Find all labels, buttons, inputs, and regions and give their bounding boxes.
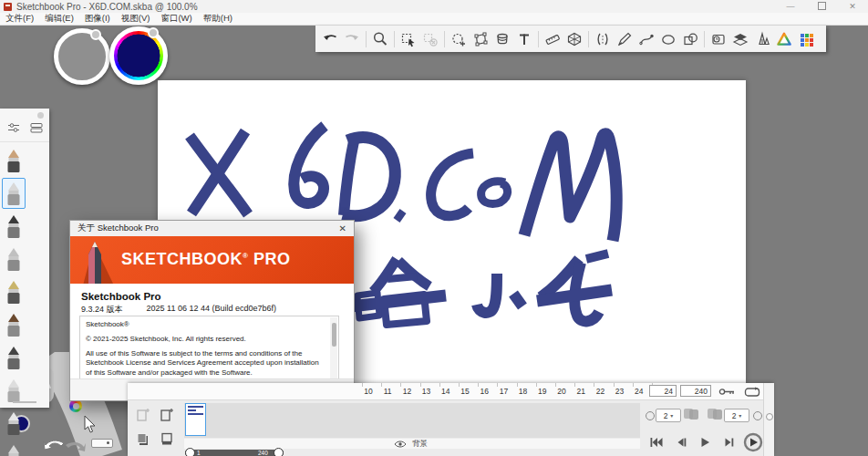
- sketchbook-app-window: Sketchbook Pro - X6D.COM.skba @ 100.0% —…: [0, 0, 868, 456]
- license-text: Sketchbook®© 2021-2025 Sketchbook, Inc. …: [86, 320, 326, 385]
- ruler-number: 21: [574, 387, 588, 396]
- brush-eraser-soft[interactable]: [2, 440, 26, 456]
- about-dialog-titlebar[interactable]: 关于 Sketchbook Pro ✕: [70, 221, 354, 236]
- select-icon[interactable]: [398, 28, 419, 50]
- magic-select-icon[interactable]: [448, 28, 470, 50]
- brush-eraser-hard[interactable]: [2, 408, 26, 439]
- color-editor-icon[interactable]: [773, 28, 795, 50]
- symmetry-icon[interactable]: [592, 28, 614, 50]
- menu-item[interactable]: 帮助(H): [198, 13, 238, 25]
- toolbar-separator: [704, 31, 705, 47]
- brush-panel-grip[interactable]: [13, 401, 36, 403]
- brush-library-icon[interactable]: [751, 28, 773, 50]
- total-frames-input[interactable]: 240: [680, 385, 711, 397]
- polyline-select-icon[interactable]: [470, 28, 491, 50]
- caret-down-icon: ▾: [739, 412, 741, 419]
- version-label: 9.3.24 版本: [81, 304, 123, 316]
- brush-settings-icon[interactable]: [6, 121, 21, 138]
- next-frame-icon[interactable]: [722, 436, 735, 449]
- menu-item[interactable]: 编辑(E): [39, 13, 79, 25]
- brush-fountain-pen[interactable]: [2, 276, 26, 307]
- panel-edge-handle[interactable]: [766, 413, 773, 420]
- onion-skin-after-icon[interactable]: [708, 409, 723, 420]
- current-frame-input[interactable]: 24: [649, 385, 677, 397]
- technical-pen-icon: [5, 247, 23, 272]
- zoom-icon[interactable]: [369, 28, 391, 50]
- brush-chisel-marker[interactable]: [2, 211, 26, 242]
- range-start-handle[interactable]: [185, 448, 195, 456]
- layers-icon[interactable]: [729, 28, 751, 50]
- menu-item[interactable]: 视图(V): [116, 13, 156, 25]
- license-scroll-thumb[interactable]: [332, 323, 336, 347]
- frame-ruler[interactable]: 24 240 101112131415161718192021222324: [128, 383, 763, 400]
- flipbook-panel: 24 240 101112131415161718192021222324: [128, 383, 773, 456]
- onion-prev-toggle[interactable]: [646, 411, 655, 420]
- text-icon[interactable]: [513, 28, 535, 50]
- selected-frame-thumbnail[interactable]: [185, 403, 206, 436]
- maximize-button[interactable]: [806, 2, 837, 12]
- toolbar-separator: [366, 31, 367, 47]
- minimize-button[interactable]: —: [775, 2, 806, 11]
- ruler-icon[interactable]: [542, 28, 563, 50]
- fill-icon[interactable]: [491, 28, 513, 50]
- undo-icon[interactable]: [319, 28, 341, 50]
- frame-layers-icon[interactable]: [159, 430, 175, 447]
- panel-handle-dot[interactable]: [37, 112, 44, 119]
- lagoon-slider[interactable]: [91, 439, 113, 448]
- ruler-number: 18: [516, 387, 531, 396]
- background-layer-label: 背景: [412, 439, 428, 450]
- brush-panel-header[interactable]: [0, 109, 49, 119]
- play-loop-icon[interactable]: [743, 432, 763, 452]
- about-banner: SKETCHBOOK® PRO: [70, 236, 354, 284]
- color-palette-icon[interactable]: [795, 28, 817, 50]
- brush-graphite-pencil[interactable]: [2, 342, 26, 373]
- shapes-icon[interactable]: [679, 28, 701, 50]
- brush-sets-icon[interactable]: [29, 121, 44, 138]
- brush-pencil[interactable]: [2, 145, 26, 176]
- frame-track[interactable]: [184, 403, 640, 438]
- brush-puck[interactable]: [54, 28, 110, 85]
- ruler-number: 13: [419, 387, 434, 396]
- license-box[interactable]: Sketchbook®© 2021-2025 Sketchbook, Inc. …: [79, 316, 339, 385]
- timeline-scrubber[interactable]: 1 240: [185, 450, 284, 456]
- license-line: Sketchbook®: [86, 320, 326, 330]
- onion-next-select[interactable]: 2▾: [724, 409, 749, 422]
- perspective-guide-icon[interactable]: [563, 28, 585, 50]
- keyframe-icon[interactable]: [718, 387, 737, 397]
- onion-skin-before-icon[interactable]: [684, 409, 699, 420]
- onion-prev-select[interactable]: 2▾: [656, 409, 681, 422]
- license-scrollbar[interactable]: [330, 317, 337, 383]
- add-keyframe-before-icon[interactable]: [135, 407, 151, 423]
- brush-technical-pen[interactable]: [2, 244, 26, 275]
- ellipse-guide-icon[interactable]: [657, 28, 679, 50]
- time-lapse-icon[interactable]: [708, 28, 729, 50]
- brush-ink-brush[interactable]: [2, 309, 26, 340]
- menu-item[interactable]: 窗口(W): [155, 13, 197, 25]
- onion-next-toggle[interactable]: [753, 411, 762, 420]
- color-wheel-shortcut-icon[interactable]: [69, 399, 82, 412]
- dialog-close-icon[interactable]: ✕: [339, 223, 346, 233]
- redo-icon[interactable]: [341, 28, 363, 50]
- previous-frame-icon[interactable]: [675, 436, 687, 449]
- brush-puck-notch[interactable]: [90, 29, 101, 40]
- ruler-number: 17: [496, 387, 511, 396]
- airbrush-icon: [5, 378, 23, 403]
- play-icon[interactable]: [698, 436, 711, 449]
- toolbar-separator: [394, 31, 395, 47]
- color-puck[interactable]: [109, 26, 168, 85]
- deselect-icon[interactable]: [419, 28, 441, 50]
- eye-icon[interactable]: [394, 440, 407, 449]
- menu-item[interactable]: 图像(I): [79, 13, 116, 25]
- predictive-curve-icon[interactable]: [636, 28, 657, 50]
- range-end-handle[interactable]: [274, 448, 284, 456]
- background-layer-row[interactable]: 背景: [184, 439, 640, 449]
- duplicate-frame-icon[interactable]: [135, 430, 151, 447]
- menu-item[interactable]: 文件(F): [0, 13, 39, 25]
- brush-ballpoint-pen[interactable]: [2, 178, 26, 209]
- loop-icon[interactable]: [744, 387, 760, 398]
- go-to-start-icon[interactable]: [649, 436, 664, 449]
- add-keyframe-after-icon[interactable]: [159, 407, 175, 423]
- close-button[interactable]: ✕: [837, 2, 868, 11]
- stroke-pen-icon[interactable]: [614, 28, 636, 50]
- color-puck-notch[interactable]: [148, 27, 159, 38]
